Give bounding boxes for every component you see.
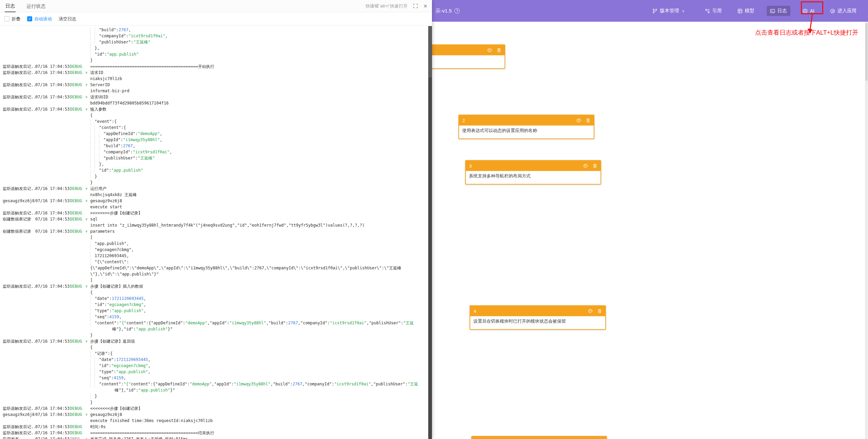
log-level[interactable] [70,222,85,228]
expand-caret-icon[interactable] [85,387,90,393]
log-level[interactable]: DEBUG [70,216,85,222]
checkbox-unchecked[interactable] [4,16,9,21]
nav-item-version-manage[interactable]: 版本管理 ∨ [649,6,688,16]
note-card[interactable]: 2 使用表达式可以动态的设置应用的名称 [458,115,594,139]
expand-caret-icon[interactable]: ∨ [85,228,90,234]
expand-caret-icon[interactable] [85,167,90,173]
palette-icon[interactable] [583,164,588,168]
note-card[interactable]: 3 系统支持多种导航栏的布局方式 [465,160,601,185]
expand-caret-icon[interactable] [85,381,90,387]
log-level[interactable] [70,302,85,308]
log-level[interactable] [70,112,85,118]
expand-caret-icon[interactable] [85,375,90,381]
log-level[interactable] [70,393,85,399]
expand-caret-icon[interactable]: ∨ [85,82,90,88]
log-level[interactable] [70,76,85,82]
log-level[interactable] [70,357,85,363]
log-level[interactable]: DEBUG [70,338,85,344]
expand-caret-icon[interactable]: ∨ [85,283,90,289]
log-level[interactable]: DEBUG [70,70,85,76]
log-level[interactable] [70,118,85,125]
expand-caret-icon[interactable] [85,173,90,179]
expand-caret-icon[interactable] [85,179,90,186]
log-level[interactable] [70,381,85,387]
log-level[interactable] [70,350,85,357]
note-card[interactable]: 4 设置后在切换模块时已打开的模块状态会被保留 [470,305,606,330]
log-level[interactable] [70,234,85,241]
log-level[interactable] [70,100,85,106]
log-level[interactable]: DEBUG [70,82,85,88]
expand-caret-icon[interactable] [85,247,90,253]
log-level[interactable] [70,265,85,271]
expand-caret-icon[interactable] [85,76,90,82]
log-level[interactable] [70,88,85,94]
log-level[interactable] [70,155,85,161]
log-level[interactable] [70,369,85,375]
expand-caret-icon[interactable]: ∨ [85,436,90,439]
expand-caret-icon[interactable] [85,350,90,357]
expand-caret-icon[interactable] [85,357,90,363]
tab-run-status[interactable]: 运行状态 [26,0,46,12]
expand-caret-icon[interactable] [85,418,90,424]
log-level[interactable] [70,143,85,149]
expand-caret-icon[interactable] [85,295,90,302]
palette-icon[interactable] [588,309,593,313]
log-level[interactable] [70,295,85,302]
log-level[interactable] [70,125,85,131]
log-level[interactable] [70,271,85,277]
trash-icon[interactable] [586,118,590,123]
expand-caret-icon[interactable] [85,149,90,155]
log-level[interactable] [70,149,85,155]
expand-caret-icon[interactable] [85,204,90,210]
autoscroll-checkbox[interactable]: ✓ 自动滚动 [27,16,52,22]
expand-caret-icon[interactable] [85,302,90,308]
expand-caret-icon[interactable] [85,259,90,265]
log-level[interactable]: INFO [70,436,85,439]
clear-log-button[interactable]: 清空日志 [59,16,76,22]
log-level[interactable] [70,173,85,179]
expand-caret-icon[interactable] [85,137,90,143]
expand-caret-icon[interactable]: ∨ [85,70,90,76]
log-level[interactable] [70,387,85,393]
expand-caret-icon[interactable] [85,253,90,259]
page-scrollbar[interactable] [865,22,868,439]
log-level[interactable]: DEBUG [70,198,85,204]
log-level[interactable] [70,308,85,314]
expand-caret-icon[interactable]: ∨ [85,94,90,100]
expand-caret-icon[interactable] [85,100,90,106]
expand-caret-icon[interactable] [85,161,90,167]
log-level[interactable] [70,375,85,381]
log-scrollbar-thumb[interactable] [429,27,432,78]
log-level[interactable] [70,247,85,253]
note-card[interactable]: 5 [471,436,607,439]
expand-caret-icon[interactable] [85,131,90,137]
log-level[interactable] [70,344,85,350]
log-level[interactable]: DEBUG [70,106,85,112]
expand-caret-icon[interactable] [85,326,90,332]
expand-caret-icon[interactable] [85,192,90,198]
expand-caret-icon[interactable] [85,155,90,161]
log-level[interactable] [70,332,85,338]
log-level[interactable] [70,277,85,283]
trash-icon[interactable] [497,48,501,53]
expand-caret-icon[interactable] [85,234,90,241]
log-level[interactable] [70,289,85,295]
trash-icon[interactable] [593,164,597,168]
expand-caret-icon[interactable]: ∨ [85,412,90,418]
log-level[interactable]: DEBUG [70,412,85,418]
log-level[interactable] [70,241,85,247]
expand-caret-icon[interactable] [85,88,90,94]
log-level[interactable] [70,179,85,186]
expand-caret-icon[interactable] [85,125,90,131]
log-level[interactable]: DEBUG [70,94,85,100]
log-scrollbar[interactable] [428,26,432,439]
trash-icon[interactable] [597,309,602,313]
expand-caret-icon[interactable] [85,241,90,247]
expand-caret-icon[interactable] [85,332,90,338]
tab-log[interactable]: 日志 [5,0,16,12]
log-level[interactable] [70,204,85,210]
log-level[interactable] [70,326,85,332]
checkbox-checked[interactable]: ✓ [27,16,32,21]
log-level[interactable] [70,137,85,143]
help-icon[interactable]: ? [454,8,460,14]
